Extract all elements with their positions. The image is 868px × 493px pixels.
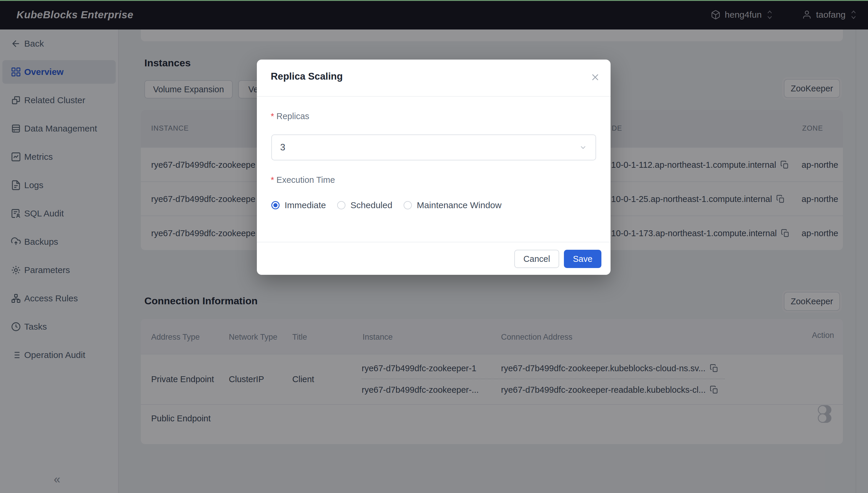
save-button[interactable]: Save <box>564 250 601 268</box>
radio-label: Maintenance Window <box>417 200 502 210</box>
radio-option-immediate[interactable]: Immediate <box>271 200 326 210</box>
modal-title: Replica Scaling <box>271 71 343 82</box>
radio-option-maintenance-window[interactable]: Maintenance Window <box>404 200 502 210</box>
radio-label: Scheduled <box>350 200 392 210</box>
execution-time-label: * Execution Time <box>271 175 335 185</box>
cancel-button[interactable]: Cancel <box>514 250 559 268</box>
replicas-label-text: Replicas <box>276 111 309 121</box>
modal-header-divider <box>257 96 610 97</box>
chevron-down-icon <box>579 143 587 152</box>
replicas-select[interactable]: 3 <box>271 134 596 160</box>
radio-unselected-icon <box>337 201 345 209</box>
top-green-strip <box>0 0 868 1</box>
close-icon[interactable] <box>590 72 600 82</box>
execution-time-label-text: Execution Time <box>276 175 335 185</box>
required-asterisk: * <box>271 111 274 121</box>
app-root: KubeBlocks Enterprise heng4fun taofang <box>0 0 868 493</box>
replica-scaling-modal: Replica Scaling * Replicas 3 * Execution… <box>257 60 610 275</box>
radio-selected-icon <box>271 201 280 209</box>
replicas-label: * Replicas <box>271 111 309 121</box>
execution-time-options: Immediate Scheduled Maintenance Window <box>271 198 502 212</box>
required-asterisk: * <box>271 175 274 185</box>
replicas-value: 3 <box>280 142 285 153</box>
radio-label: Immediate <box>285 200 326 210</box>
radio-option-scheduled[interactable]: Scheduled <box>337 200 392 210</box>
radio-unselected-icon <box>404 201 412 209</box>
modal-footer-divider <box>257 242 610 242</box>
